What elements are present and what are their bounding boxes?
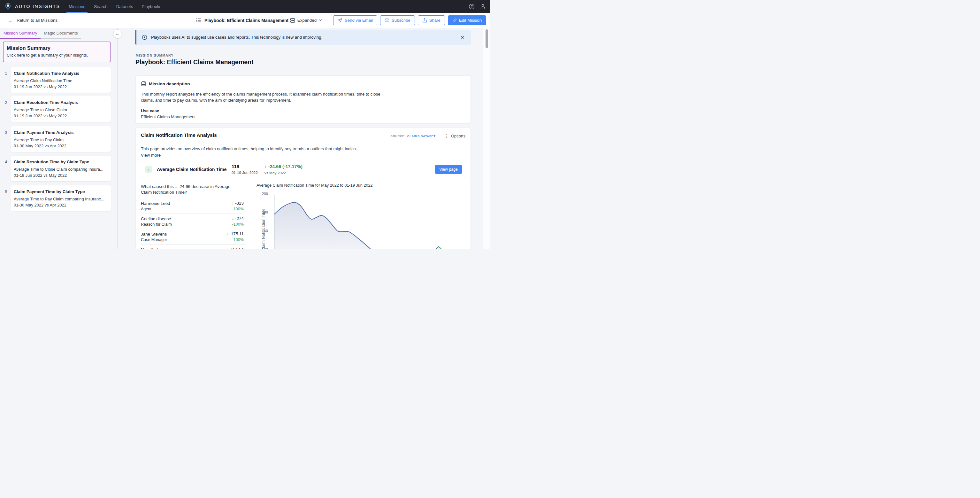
- driver-question: What caused this ↓ -24.66 decrease in Av…: [141, 184, 238, 195]
- nav-search[interactable]: Search: [94, 0, 107, 13]
- playbook-title: Playbook: Efficient Claims Management: [204, 18, 288, 23]
- mission-summary-card[interactable]: Mission Summary Click here to get a summ…: [3, 42, 111, 62]
- toolbar-actions: Expanded Send via Email Subscribe Share …: [290, 13, 486, 28]
- insight-title: Claim Resolution Time by Claim Type: [14, 160, 108, 164]
- tab-magic-documents[interactable]: Magic Documents: [41, 28, 81, 39]
- nav-playbooks[interactable]: Playbooks: [142, 0, 162, 13]
- item-number: 4: [3, 160, 9, 164]
- kpi-value: 119: [232, 164, 258, 169]
- analysis-section-card: Claim Notification Time Analysis SOURCE:…: [135, 127, 471, 249]
- item-number: 5: [3, 189, 9, 194]
- insight-period: 01-19 Jun 2022 vs May 2022: [14, 113, 108, 119]
- use-case-label: Use case: [141, 109, 159, 113]
- user-icon[interactable]: [480, 3, 486, 10]
- playbook-selector[interactable]: Playbook: Efficient Claims Management: [196, 13, 296, 28]
- arrow-down-icon: ↓: [226, 247, 229, 249]
- kebab-menu-icon: ⋮: [445, 133, 449, 139]
- analysis-description: This page provides an overview of claim …: [141, 147, 360, 151]
- view-more-link[interactable]: View more: [141, 153, 161, 158]
- share-button[interactable]: Share: [418, 15, 445, 25]
- contributor-row[interactable]: Coeliac diseaseReason for Claim↓ -274-10…: [141, 214, 244, 229]
- arrow-down-icon: ↓: [175, 184, 177, 189]
- send-label: Send via Email: [345, 18, 373, 23]
- insight-card[interactable]: Claim Resolution Time by Claim TypeAvera…: [11, 156, 111, 181]
- insight-title: Claim Payment Time Analysis: [14, 130, 108, 135]
- info-icon: [142, 35, 147, 40]
- insight-card[interactable]: Claim Payment Time AnalysisAverage Time …: [11, 126, 111, 152]
- sidebar-tabs: Mission Summary Magic Documents: [0, 28, 81, 39]
- insight-card[interactable]: Claim Notification Time AnalysisAverage …: [11, 67, 111, 93]
- view-mode-select[interactable]: Expanded: [290, 18, 322, 23]
- insight-metric: Average Time to Pay Claim comparing Insu…: [14, 196, 108, 202]
- subscribe-button[interactable]: Subscribe: [380, 15, 415, 25]
- contributor-values: ↓ -175.11-100%: [226, 231, 244, 242]
- page-eyebrow: MISSION SUMMARY: [136, 53, 174, 57]
- layout-rows-icon: [290, 18, 295, 23]
- nav-datasets[interactable]: Datasets: [116, 0, 133, 13]
- share-icon: [422, 18, 427, 23]
- contributor-list: Harmonie LeedAgent↓ -323-100%Coeliac dis…: [141, 198, 244, 249]
- chart-line-highlight: [439, 246, 467, 249]
- return-label: Return to all Missions: [17, 18, 57, 23]
- mission-description-title: Mission description: [149, 81, 190, 86]
- item-number: 3: [3, 130, 9, 135]
- arrow-down-icon: ↓: [232, 201, 235, 206]
- mission-summary-card-title: Mission Summary: [7, 45, 107, 51]
- edit-mission-label: Edit Mission: [459, 18, 482, 23]
- back-arrow-icon: ←: [8, 18, 13, 23]
- contributor-row[interactable]: Jane StevensCase Manager↓ -175.11-100%: [141, 229, 244, 244]
- contributor-values: ↓ -161.64: [226, 247, 244, 249]
- contributor-name: Coeliac disease: [141, 216, 244, 222]
- source-label: SOURCE:: [391, 134, 406, 138]
- contributor-values: ↓ -323-100%: [232, 201, 244, 211]
- decrease-badge-icon: ↓: [145, 166, 152, 173]
- scrollbar-thumb[interactable]: [485, 29, 488, 48]
- book-icon: [141, 81, 146, 86]
- insight-title: Claim Resolution Time Analysis: [14, 100, 108, 105]
- arrow-down-icon: ↓: [226, 231, 229, 236]
- kpi-period: 01-19 Jun 2022: [232, 170, 258, 175]
- contributor-row[interactable]: New York↓ -161.64: [141, 244, 244, 249]
- use-case-value: Efficient Claims Management: [141, 115, 196, 119]
- close-icon[interactable]: ✕: [460, 35, 465, 40]
- edit-mission-button[interactable]: Edit Mission: [448, 15, 486, 25]
- options-label: Options: [451, 134, 465, 139]
- contributor-dimension: Agent: [141, 206, 244, 212]
- insight-card[interactable]: Claim Payment Time by Claim TypeAverage …: [11, 185, 111, 211]
- insight-period: 01-19 Jun 2022 vs May 2022: [14, 172, 108, 178]
- mission-description-card: Mission description This monthly report …: [135, 75, 471, 123]
- mission-summary-card-subtitle: Click here to get a summary of your insi…: [7, 53, 107, 57]
- view-page-button[interactable]: View page: [435, 165, 462, 174]
- analysis-title: Claim Notification Time Analysis: [141, 132, 217, 138]
- pencil-icon: [452, 18, 457, 23]
- lightbulb-logo-icon: [4, 3, 12, 10]
- y-tick-label: 200: [255, 192, 268, 196]
- envelope-icon: [385, 18, 390, 23]
- top-nav: AUTO INSIGHTS Missions Search Datasets P…: [0, 0, 490, 13]
- return-to-missions-link[interactable]: ← Return to all Missions: [8, 13, 57, 28]
- contributor-change: ↓ -323: [232, 201, 244, 206]
- contributor-row[interactable]: Harmonie LeedAgent↓ -323-100%: [141, 198, 244, 214]
- insights-sidebar: Mission Summary Magic Documents ← Missio…: [0, 28, 118, 249]
- contributor-values: ↓ -274-100%: [232, 216, 244, 227]
- kpi-vs-period: vs May 2022: [264, 171, 302, 175]
- insight-title: Claim Payment Time by Claim Type: [14, 189, 108, 194]
- collapse-sidebar-button[interactable]: ←: [113, 29, 122, 38]
- chart-area-fill-highlight: [439, 246, 467, 249]
- insight-card[interactable]: Claim Resolution Time AnalysisAverage Ti…: [11, 96, 111, 122]
- send-via-email-button[interactable]: Send via Email: [333, 15, 377, 25]
- contributor-change: ↓ -161.64: [226, 247, 244, 249]
- chart-area-fill: [274, 202, 439, 249]
- nav-missions[interactable]: Missions: [69, 0, 85, 13]
- source-dataset-link[interactable]: CLAIMS DATASET: [407, 134, 436, 138]
- options-button[interactable]: ⋮ Options: [445, 133, 465, 139]
- ai-info-banner: Playbooks uses AI to suggest use cases a…: [135, 30, 471, 45]
- arrow-down-icon: ↓: [232, 216, 235, 221]
- insight-metric: Average Time to Close Claim: [14, 107, 108, 113]
- tab-mission-summary[interactable]: Mission Summary: [0, 28, 41, 39]
- area-chart-canvas: [274, 181, 471, 249]
- subscribe-label: Subscribe: [391, 18, 410, 23]
- insight-period: 01-19 Jun 2022 vs May 2022: [14, 84, 108, 90]
- share-label: Share: [429, 18, 441, 23]
- help-icon[interactable]: [469, 3, 475, 10]
